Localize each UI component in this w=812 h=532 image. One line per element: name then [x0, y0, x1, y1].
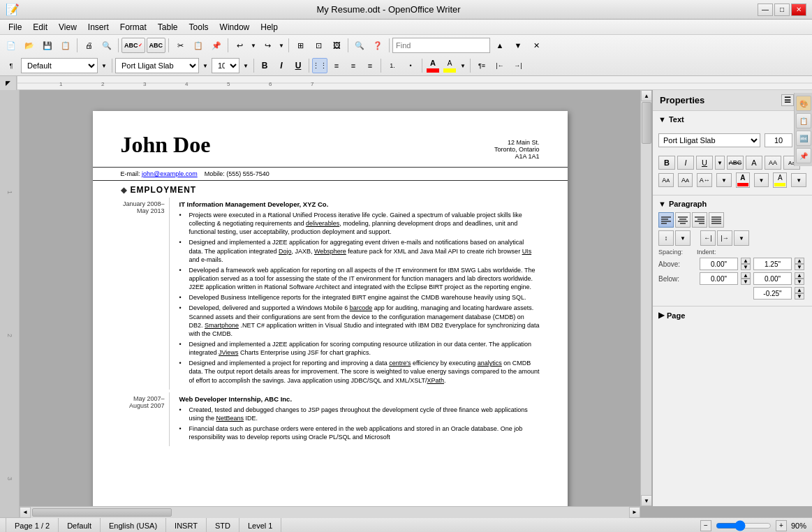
paste-button[interactable]: 📌: [208, 37, 225, 54]
underline-button[interactable]: U: [290, 58, 306, 73]
paragraph-style-toggle[interactable]: ¶≡: [473, 57, 490, 74]
new-button[interactable]: 📄: [3, 37, 20, 54]
align-center-button[interactable]: ≡: [329, 58, 344, 73]
undo-arrow[interactable]: ▼: [249, 37, 258, 54]
firstline-input[interactable]: [753, 287, 792, 300]
scroll-left-arrow[interactable]: ◄: [20, 507, 31, 518]
paragraph-style-arrow[interactable]: ▼: [99, 57, 109, 74]
char-highlight-arrow[interactable]: ▼: [459, 57, 467, 74]
text-section-header[interactable]: ▼ Text: [658, 115, 806, 124]
panel-align-left[interactable]: [658, 212, 674, 228]
panel-indent-more[interactable]: |→: [717, 230, 732, 246]
menu-format[interactable]: Format: [115, 21, 152, 34]
print-button[interactable]: 🖨: [80, 37, 97, 54]
insert-table-button[interactable]: ⊞: [292, 37, 309, 54]
above-input[interactable]: [700, 258, 738, 270]
h-scroll-track[interactable]: [31, 507, 629, 518]
panel-font-color[interactable]: A: [736, 172, 750, 188]
panel-spacing-btn[interactable]: A↔: [697, 173, 712, 187]
bold-button[interactable]: B: [257, 58, 272, 73]
panel-line-spacing-btn[interactable]: ↕: [658, 230, 674, 246]
firstline-up[interactable]: ▲: [795, 287, 804, 293]
font-size-arrow[interactable]: ▼: [241, 57, 251, 74]
redo-arrow[interactable]: ▼: [277, 37, 286, 54]
document-area[interactable]: John Doe 12 Main St. Toronto, Ontario A1…: [20, 90, 640, 506]
below-input[interactable]: [700, 272, 738, 285]
menu-view[interactable]: View: [53, 21, 82, 34]
menu-tools[interactable]: Tools: [184, 21, 214, 34]
indent-input[interactable]: [753, 258, 792, 270]
font-size-combo[interactable]: 10: [212, 58, 239, 73]
side-icon-4[interactable]: 📌: [796, 148, 811, 163]
panel-subscript-button[interactable]: AA: [678, 173, 693, 187]
vertical-scrollbar[interactable]: ▲ ▼: [640, 90, 651, 506]
find-button[interactable]: 🔍: [351, 37, 368, 54]
minimize-button[interactable]: —: [758, 3, 773, 16]
right-indent-input[interactable]: [753, 272, 792, 285]
menu-window[interactable]: Window: [214, 21, 256, 34]
panel-bold-button[interactable]: B: [658, 156, 675, 170]
panel-align-justify[interactable]: [709, 212, 724, 228]
side-icon-2[interactable]: 📋: [796, 113, 811, 128]
side-icon-3[interactable]: 🔤: [796, 131, 811, 146]
panel-indent-less[interactable]: ←|: [700, 230, 716, 246]
panel-line-spacing-arrow[interactable]: ▼: [675, 230, 691, 246]
scroll-right-arrow[interactable]: ►: [629, 507, 640, 518]
scroll-thumb[interactable]: [642, 102, 651, 144]
above-down[interactable]: ▼: [741, 264, 751, 270]
panel-caps-button[interactable]: AA: [765, 156, 781, 170]
side-icon-1[interactable]: 🎨: [796, 96, 811, 111]
highlight-color-button[interactable]: A: [442, 58, 457, 73]
firstline-down[interactable]: ▼: [795, 293, 804, 300]
font-name-combo[interactable]: Port Lligat Slab: [115, 58, 199, 73]
menu-table[interactable]: Table: [152, 21, 184, 34]
close-button[interactable]: ✕: [791, 3, 806, 16]
below-down[interactable]: ▼: [741, 279, 751, 285]
scroll-track[interactable]: [641, 101, 651, 495]
right-indent-up[interactable]: ▲: [795, 272, 804, 279]
above-up[interactable]: ▲: [741, 258, 751, 264]
paragraph-styles-icon[interactable]: ¶: [3, 57, 20, 74]
open-button[interactable]: 📂: [21, 37, 38, 54]
copy-button[interactable]: 📋: [190, 37, 207, 54]
find-close-button[interactable]: ✕: [528, 37, 545, 54]
help-button[interactable]: ❓: [369, 37, 386, 54]
zoom-in-button[interactable]: +: [776, 520, 787, 531]
panel-highlight-color[interactable]: A: [773, 172, 787, 188]
indent-up[interactable]: ▲: [795, 258, 804, 264]
panel-font-size[interactable]: [765, 133, 792, 147]
panel-superscript-button[interactable]: AA: [658, 173, 674, 187]
panel-expand-icon[interactable]: ☰: [781, 94, 794, 106]
align-left-button[interactable]: ⋮⋮: [312, 58, 327, 73]
ruler-corner[interactable]: ◤: [0, 76, 17, 90]
menu-edit[interactable]: Edit: [27, 21, 53, 34]
italic-button[interactable]: I: [274, 58, 289, 73]
autocorrect-button[interactable]: ABC: [147, 38, 166, 53]
cut-button[interactable]: ✂: [172, 37, 189, 54]
restore-button[interactable]: □: [774, 3, 790, 16]
right-indent-down[interactable]: ▼: [795, 279, 804, 285]
indent-down[interactable]: ▼: [795, 264, 804, 270]
panel-highlight-arrow[interactable]: ▼: [791, 173, 806, 187]
menu-insert[interactable]: Insert: [82, 21, 115, 34]
paragraph-style-combo[interactable]: Default: [21, 58, 98, 73]
save-button[interactable]: 💾: [39, 37, 56, 54]
panel-shadow-button[interactable]: A: [746, 156, 762, 170]
horizontal-scrollbar[interactable]: ◄ ►: [20, 506, 640, 517]
below-up[interactable]: ▲: [741, 272, 751, 279]
panel-italic-button[interactable]: I: [677, 156, 694, 170]
redo-button[interactable]: ↪: [259, 37, 276, 54]
paragraph-section-header[interactable]: ▼ Paragraph: [658, 200, 806, 208]
menu-help[interactable]: Help: [255, 21, 283, 34]
find-prev-button[interactable]: ▲: [492, 37, 508, 54]
find-next-button[interactable]: ▼: [510, 37, 526, 54]
align-justify-button[interactable]: ≡: [362, 58, 378, 73]
align-right-button[interactable]: ≡: [346, 58, 361, 73]
panel-font-color-arrow[interactable]: ▼: [754, 173, 769, 187]
panel-arrow-btn[interactable]: ▼: [716, 173, 732, 187]
numbering-button[interactable]: 1.: [384, 57, 401, 74]
insert-frame-button[interactable]: ⊡: [310, 37, 327, 54]
undo-button[interactable]: ↩: [231, 37, 248, 54]
email-link[interactable]: john@example.com: [142, 170, 198, 177]
scroll-up-arrow[interactable]: ▲: [641, 90, 652, 101]
